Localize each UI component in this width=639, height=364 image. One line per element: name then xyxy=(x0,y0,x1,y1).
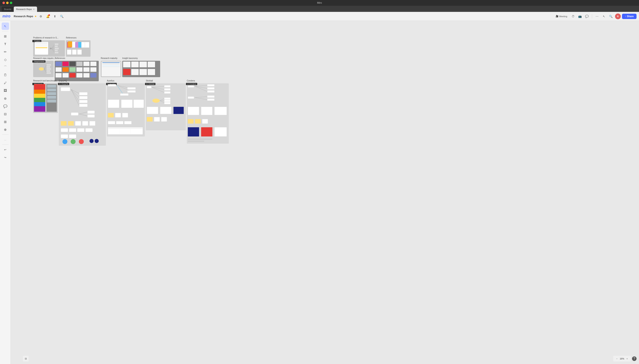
svg-point-51 xyxy=(95,139,99,143)
svg-rect-110 xyxy=(188,127,199,136)
upload-button[interactable]: ⬆ xyxy=(52,14,58,19)
sidebar-expand-button[interactable]: … xyxy=(2,136,9,143)
help-button[interactable]: ? xyxy=(632,356,636,361)
star-icon[interactable]: ★ xyxy=(35,15,37,18)
enjoyhq-diagram xyxy=(59,83,106,146)
sidebar-text-tool[interactable]: T xyxy=(2,40,9,48)
svg-rect-20 xyxy=(47,70,50,72)
settings-button[interactable]: ⚙ xyxy=(38,14,44,19)
zoom-out-button[interactable]: 🔍 xyxy=(608,14,614,19)
canvas[interactable]: Problems of research in S... · Problem xyxy=(11,21,639,364)
svg-rect-97 xyxy=(207,87,214,90)
sticktail-diagram xyxy=(146,83,186,130)
share-button[interactable]: ↑ Share xyxy=(622,14,636,19)
svg-line-32 xyxy=(79,114,88,116)
meeting-icon: 🎥 xyxy=(556,15,558,18)
frame-references-2-content xyxy=(55,61,99,81)
svg-rect-75 xyxy=(147,86,151,88)
sidebar-pen-tool[interactable]: 🖊 xyxy=(2,79,9,86)
svg-line-25 xyxy=(71,90,79,106)
frame-research-maturity[interactable]: Research maturity xyxy=(101,61,121,77)
svg-rect-43 xyxy=(77,128,84,132)
window-title: Miro xyxy=(317,2,322,4)
svg-rect-84 xyxy=(164,100,170,102)
svg-line-23 xyxy=(71,90,79,98)
svg-point-11 xyxy=(39,67,44,70)
frame-condens-content xyxy=(187,83,229,144)
miro-logo: miro xyxy=(3,14,11,18)
frame-enjoyhq[interactable]: EnjoyHQ 0.1 EnjoyHQ xyxy=(59,83,106,146)
zoom-plus-button[interactable]: + xyxy=(625,357,629,361)
search-button[interactable]: 🔍 xyxy=(59,14,65,19)
more-tools-button[interactable]: ⋯ xyxy=(594,14,600,19)
main-area: ↖ ⊞ T ✏ ◇ ⌒ 🗒 🖊 🖼 ⊛ 💬 ⊟ ⊞ ⊕ … ↩ ↪ Proble… xyxy=(0,21,639,364)
frame-aurelius-content xyxy=(107,83,145,136)
frame-references-2[interactable]: References xyxy=(55,61,99,81)
sidebar-chat-tool[interactable]: 💬 xyxy=(2,102,9,110)
close-button[interactable] xyxy=(3,2,5,4)
frame-requirements[interactable]: Research repo require.... · Requirements xyxy=(33,61,54,77)
frame-condens[interactable]: Condens 1.4 Condens xyxy=(187,83,229,144)
svg-line-13 xyxy=(44,67,47,69)
meeting-button[interactable]: 🎥 Meeting xyxy=(554,14,569,19)
svg-rect-89 xyxy=(147,117,153,122)
tab-close-icon[interactable]: ✕ xyxy=(33,8,35,10)
sidebar-table-tool[interactable]: ⊟ xyxy=(2,110,9,118)
frame-aurelius[interactable]: Aurelius 0.2 Aurelius xyxy=(107,83,145,136)
frame-enjoyhq-content xyxy=(59,83,106,146)
minimize-button[interactable] xyxy=(6,2,9,4)
frame-references-1[interactable]: References xyxy=(66,40,91,57)
toolbar-right: 🎥 Meeting ⏱ 📺 💬 ⋯ ↖ 🔍 R ↑ Share xyxy=(554,14,637,19)
sidebar-shapes-tool[interactable]: ◇ xyxy=(2,56,9,63)
frame-benchmark[interactable]: Research tool benchmark · Benchmark xyxy=(33,83,58,113)
svg-rect-29 xyxy=(79,100,88,103)
map-toggle-button[interactable]: ⊟ xyxy=(23,356,29,362)
frame-insight-taxonomy[interactable]: Insight taxonomy xyxy=(122,61,160,77)
frame-sticktail[interactable]: Sticktail 0.3 Sticktail xyxy=(146,83,186,130)
svg-line-1 xyxy=(51,44,55,48)
chat-button[interactable]: 💬 xyxy=(584,14,590,19)
svg-rect-102 xyxy=(207,96,214,98)
sidebar-connector-tool[interactable]: ⌒ xyxy=(2,64,9,71)
svg-rect-114 xyxy=(188,140,204,142)
toolbar-divider xyxy=(592,14,592,18)
svg-rect-6 xyxy=(55,44,58,45)
cursor-button[interactable]: ↖ xyxy=(601,14,607,19)
board-title-area: Research Repo ★ ⚙ 🔔 ⬆ 🔍 xyxy=(14,14,65,19)
tab-boards[interactable]: Boards xyxy=(2,6,14,12)
timer-button[interactable]: ⏱ xyxy=(570,14,576,19)
frame-references-1-content xyxy=(66,40,91,57)
frame-condens-label: Condens xyxy=(187,80,195,82)
video-button[interactable]: 📺 xyxy=(577,14,583,19)
toolbar: miro Research Repo ★ ⚙ 🔔 ⬆ 🔍 🎥 Meeting ⏱… xyxy=(0,12,639,21)
svg-rect-88 xyxy=(173,107,184,114)
svg-rect-76 xyxy=(164,85,170,87)
svg-rect-106 xyxy=(214,107,227,115)
sidebar-mindmap-tool[interactable]: ⊛ xyxy=(2,95,9,102)
svg-rect-30 xyxy=(79,104,88,107)
sidebar-redo-button[interactable]: ↪ xyxy=(2,154,9,161)
zoom-minus-button[interactable]: − xyxy=(615,357,619,361)
svg-line-2 xyxy=(51,46,55,48)
svg-rect-39 xyxy=(82,121,88,126)
svg-rect-71 xyxy=(108,127,143,129)
sidebar-undo-button[interactable]: ↩ xyxy=(2,146,9,153)
sidebar-divider-3 xyxy=(2,144,9,145)
svg-rect-85 xyxy=(164,102,170,104)
tab-research-repo[interactable]: Research Repo ✕ xyxy=(14,6,37,12)
svg-line-94 xyxy=(195,86,207,92)
sidebar-embed-tool[interactable]: ⊕ xyxy=(2,126,9,133)
sidebar-frames-tool[interactable]: ⊞ xyxy=(2,32,9,40)
svg-rect-78 xyxy=(164,92,170,94)
notifications-button[interactable]: 🔔 xyxy=(45,14,51,19)
sidebar-draw-tool[interactable]: ✏ xyxy=(2,48,9,56)
bottom-bar: − 16% + ? xyxy=(613,356,636,362)
sidebar-grid-tool[interactable]: ⊞ xyxy=(2,118,9,126)
frame-problems[interactable]: Problems of research in S... · Problem xyxy=(33,40,65,57)
sidebar-sticky-tool[interactable]: 🗒 xyxy=(2,72,9,79)
sidebar-select-tool[interactable]: ↖ xyxy=(2,22,9,30)
svg-rect-37 xyxy=(68,121,74,126)
maximize-button[interactable] xyxy=(10,2,12,4)
sidebar-image-tool[interactable]: 🖼 xyxy=(2,87,9,94)
svg-rect-9 xyxy=(55,50,58,51)
